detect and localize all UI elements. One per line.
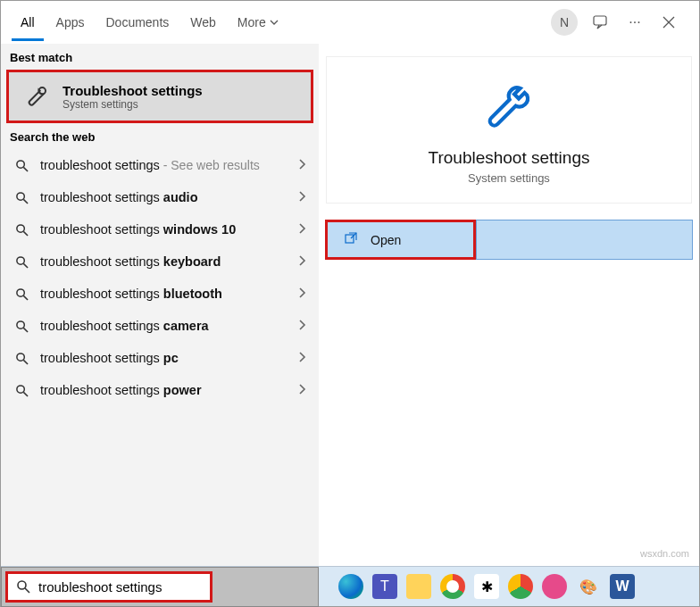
svg-point-4 <box>16 192 23 199</box>
web-result-text: troubleshoot settings - See web results <box>40 158 287 172</box>
svg-point-12 <box>16 320 23 328</box>
wrench-icon <box>480 79 538 136</box>
search-icon <box>13 189 29 205</box>
svg-line-3 <box>23 167 28 171</box>
taskbar-app-chrome[interactable] <box>440 574 465 599</box>
taskbar-app-slack[interactable]: ✱ <box>474 574 499 599</box>
search-icon <box>13 318 29 334</box>
tab-apps[interactable]: Apps <box>47 4 94 41</box>
chevron-right-icon <box>297 222 306 237</box>
tab-all[interactable]: All <box>12 4 44 41</box>
web-result[interactable]: troubleshoot settings power <box>1 374 319 406</box>
search-icon <box>13 286 29 302</box>
tab-web[interactable]: Web <box>181 4 225 41</box>
search-icon <box>13 157 29 173</box>
preview-title: Troubleshoot settings <box>336 148 682 168</box>
chevron-right-icon <box>297 190 306 204</box>
svg-point-16 <box>16 385 23 392</box>
best-match-title: Troubleshoot settings <box>62 83 203 98</box>
preview-column: Troubleshoot settings System settings Op… <box>319 44 699 566</box>
taskbar-app-chrome-canary[interactable] <box>508 574 533 599</box>
svg-line-17 <box>23 392 28 396</box>
search-input[interactable] <box>38 579 208 595</box>
web-result[interactable]: troubleshoot settings bluetooth <box>1 278 319 310</box>
chevron-right-icon <box>297 319 306 333</box>
search-web-label: Search the web <box>1 123 319 149</box>
tab-more-label: More <box>238 15 266 29</box>
wrench-icon <box>21 81 52 112</box>
taskbar-app-edge[interactable] <box>338 574 363 599</box>
svg-point-10 <box>16 288 23 295</box>
taskbar-app-teams[interactable]: T <box>372 574 397 599</box>
svg-line-11 <box>23 295 28 300</box>
chevron-right-icon <box>297 287 306 301</box>
more-options-icon[interactable]: ··· <box>624 12 646 33</box>
svg-line-7 <box>23 231 28 236</box>
tab-documents[interactable]: Documents <box>96 4 178 41</box>
feedback-icon[interactable] <box>590 12 612 33</box>
preview-subtitle: System settings <box>336 171 682 185</box>
svg-point-19 <box>18 581 26 589</box>
filter-tabs: All Apps Documents Web More N ··· <box>1 1 699 44</box>
web-result[interactable]: troubleshoot settings pc <box>1 342 319 374</box>
svg-point-6 <box>16 224 23 231</box>
taskbar-app-word[interactable]: W <box>610 574 635 599</box>
close-icon[interactable] <box>658 12 679 33</box>
chevron-right-icon <box>297 351 306 365</box>
web-result-text: troubleshoot settings camera <box>40 319 287 333</box>
taskbar: T ✱ 🎨 W <box>1 566 699 606</box>
svg-line-15 <box>23 360 28 364</box>
search-icon <box>13 221 29 237</box>
chevron-right-icon <box>297 254 306 269</box>
results-column: Best match Troubleshoot settings System … <box>1 44 319 566</box>
taskbar-app-snip[interactable] <box>542 574 567 599</box>
web-result-text: troubleshoot settings keyboard <box>40 254 287 269</box>
web-result-text: troubleshoot settings audio <box>40 190 287 204</box>
web-result-text: troubleshoot settings pc <box>40 351 287 365</box>
taskbar-app-paint[interactable]: 🎨 <box>576 574 601 599</box>
web-result[interactable]: troubleshoot settings - See web results <box>1 149 319 181</box>
search-icon <box>13 382 29 398</box>
watermark: wsxdn.com <box>640 548 689 559</box>
svg-line-5 <box>23 199 28 204</box>
chevron-down-icon <box>270 15 279 29</box>
search-icon <box>13 350 29 366</box>
open-icon <box>344 231 358 248</box>
taskbar-search-box[interactable] <box>5 571 212 603</box>
open-button-extra[interactable] <box>476 220 693 260</box>
chevron-right-icon <box>297 158 306 172</box>
preview-card: Troubleshoot settings System settings <box>326 56 692 204</box>
web-result[interactable]: troubleshoot settings camera <box>1 310 319 342</box>
chevron-right-icon <box>297 383 306 397</box>
svg-line-13 <box>23 328 28 332</box>
best-match-subtitle: System settings <box>62 98 203 111</box>
search-icon <box>13 254 29 270</box>
web-result-text: troubleshoot settings windows 10 <box>40 222 287 237</box>
svg-rect-18 <box>346 235 354 243</box>
web-result-text: troubleshoot settings bluetooth <box>40 287 287 301</box>
taskbar-app-explorer[interactable] <box>406 574 431 599</box>
tab-more[interactable]: More <box>229 4 288 41</box>
web-result[interactable]: troubleshoot settings audio <box>1 181 319 213</box>
web-result[interactable]: troubleshoot settings windows 10 <box>1 213 319 245</box>
svg-line-20 <box>25 588 29 593</box>
web-result[interactable]: troubleshoot settings keyboard <box>1 245 319 278</box>
open-label: Open <box>371 233 401 247</box>
svg-point-8 <box>16 256 23 263</box>
search-icon <box>15 578 31 595</box>
svg-point-14 <box>16 353 23 360</box>
svg-line-9 <box>23 263 28 268</box>
open-button[interactable]: Open <box>325 220 476 260</box>
svg-rect-0 <box>594 16 606 25</box>
web-result-text: troubleshoot settings power <box>40 383 287 397</box>
best-match-label: Best match <box>1 44 319 70</box>
best-match-result[interactable]: Troubleshoot settings System settings <box>6 70 313 123</box>
svg-point-2 <box>16 160 23 167</box>
user-avatar[interactable]: N <box>551 9 578 36</box>
